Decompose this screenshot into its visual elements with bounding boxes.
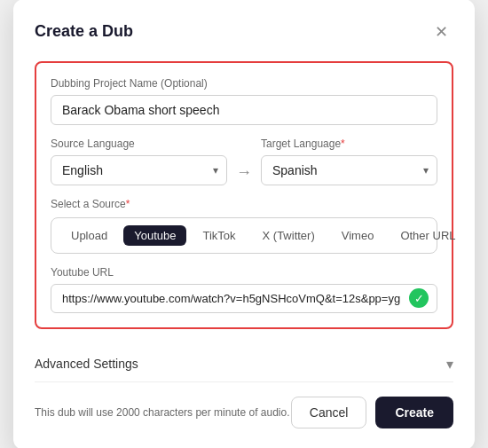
language-direction-icon: → [236,163,252,185]
tab-vimeo[interactable]: Vimeo [331,225,385,246]
url-field-wrapper: ✓ [51,284,437,313]
main-section: Dubbing Project Name (Optional) Source L… [35,61,453,329]
source-tabs: Upload Youtube TikTok X (Twitter) Vimeo … [51,217,437,254]
target-language-col: Target Language* Spanish French German ▾ [261,138,437,185]
source-language-select[interactable]: English French German [51,155,227,185]
project-name-field: Dubbing Project Name (Optional) [51,77,437,125]
url-label: Youtube URL [51,266,437,279]
advanced-settings-row[interactable]: Advanced Settings ▾ [35,343,453,382]
advanced-chevron-icon: ▾ [446,356,453,373]
project-name-input[interactable] [51,95,437,125]
close-button[interactable]: ✕ [429,20,453,43]
target-language-label: Target Language* [261,138,437,150]
tab-youtube[interactable]: Youtube [123,225,186,246]
source-language-col: Source Language English French German ▾ [51,138,227,185]
source-section: Select a Source* Upload Youtube TikTok X… [51,198,437,313]
modal-header: Create a Dub ✕ [35,20,453,43]
advanced-settings-label: Advanced Settings [35,357,138,371]
target-language-select[interactable]: Spanish French German [261,155,437,185]
footer-note: This dub will use 2000 characters per mi… [35,406,290,419]
modal-footer: This dub will use 2000 characters per mi… [35,397,453,428]
create-button[interactable]: Create [375,397,453,428]
project-name-label: Dubbing Project Name (Optional) [51,77,437,90]
tab-upload[interactable]: Upload [60,225,118,246]
source-section-label: Select a Source* [51,198,437,210]
language-row: Source Language English French German ▾ … [51,138,437,185]
modal-title: Create a Dub [35,22,133,41]
source-language-label: Source Language [51,138,227,150]
url-valid-icon: ✓ [409,288,429,308]
tab-tiktok[interactable]: TikTok [192,225,246,246]
target-language-select-wrapper: Spanish French German ▾ [261,155,437,185]
create-dub-modal: Create a Dub ✕ Dubbing Project Name (Opt… [13,0,475,448]
tab-other-url[interactable]: Other URL [390,225,466,246]
tab-twitter[interactable]: X (Twitter) [252,225,326,246]
footer-buttons: Cancel Create [291,397,453,428]
youtube-url-input[interactable] [51,284,437,313]
cancel-button[interactable]: Cancel [291,397,367,428]
source-language-select-wrapper: English French German ▾ [51,155,227,185]
